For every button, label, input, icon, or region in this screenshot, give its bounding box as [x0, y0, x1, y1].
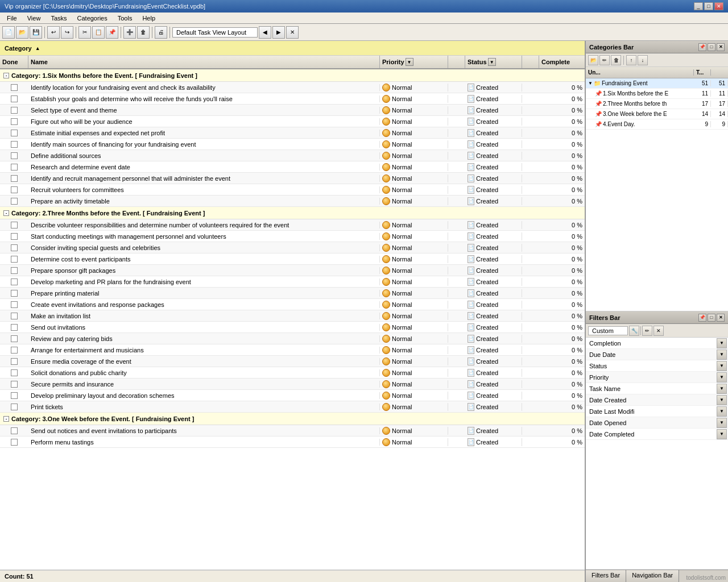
task-checkbox-1-11[interactable]: [11, 347, 18, 354]
filter-edit-btn[interactable]: ✏: [642, 326, 652, 336]
redo-button[interactable]: ↪: [61, 26, 73, 39]
task-checkbox-0-3[interactable]: [11, 118, 18, 125]
priority-label-1-14: Normal: [392, 381, 412, 388]
filters-restore-btn[interactable]: □: [708, 314, 715, 322]
task-checkbox-1-2[interactable]: [11, 244, 18, 251]
print-button[interactable]: 🖨: [155, 26, 167, 39]
filters-bar-header: Filters Bar 📌 □ ✕: [586, 311, 728, 324]
filter-dropdown-0[interactable]: ▼: [717, 338, 727, 348]
task-checkbox-0-1[interactable]: [11, 95, 18, 102]
cat-expand-0[interactable]: -: [3, 73, 9, 78]
tab-filters-bar[interactable]: Filters Bar: [586, 570, 626, 582]
panel-pin-btn[interactable]: 📌: [698, 43, 706, 51]
task-checkbox-1-4[interactable]: [11, 267, 18, 274]
layout-btn1[interactable]: ◀: [259, 26, 271, 39]
panel-close-btn[interactable]: ✕: [717, 43, 725, 51]
open-button[interactable]: 📂: [16, 26, 28, 39]
paste-button[interactable]: 📌: [106, 26, 118, 39]
filter-preset-dropdown[interactable]: Custom: [588, 326, 628, 335]
delete-button[interactable]: 🗑: [137, 26, 150, 39]
filter-dropdown-2[interactable]: ▼: [717, 361, 727, 371]
task-checkbox-2-0[interactable]: [11, 427, 18, 434]
task-checkbox-2-1[interactable]: [11, 439, 18, 446]
cat-item-2[interactable]: 📌 2.Three Months before th 17 17: [586, 99, 728, 109]
cat-item-1[interactable]: 📌 1.Six Months before the E 11 11: [586, 89, 728, 99]
cat-down-btn[interactable]: ↓: [638, 55, 648, 65]
task-checkbox-0-5[interactable]: [11, 141, 18, 148]
maximize-button[interactable]: □: [704, 2, 713, 10]
menu-tools[interactable]: Tools: [113, 14, 137, 23]
cat-edit-btn[interactable]: ✏: [599, 55, 610, 65]
menu-view[interactable]: View: [23, 14, 46, 23]
cut-button[interactable]: ✂: [78, 26, 91, 39]
layout-btn3[interactable]: ✕: [286, 26, 299, 39]
col-header-status[interactable]: Status ▼: [465, 56, 522, 68]
task-checkbox-1-0[interactable]: [11, 222, 18, 228]
task-checkbox-1-3[interactable]: [11, 256, 18, 263]
task-checkbox-1-16[interactable]: [11, 404, 18, 410]
filter-dropdown-1[interactable]: ▼: [717, 350, 727, 360]
filter-add-btn[interactable]: 🔧: [629, 326, 639, 336]
cat-item-3[interactable]: 📌 3.One Week before the E 14 14: [586, 109, 728, 119]
task-checkbox-0-2[interactable]: [11, 107, 18, 114]
menu-file[interactable]: File: [2, 14, 22, 23]
filter-del-btn[interactable]: ✕: [653, 326, 664, 336]
task-checkbox-0-8[interactable]: [11, 175, 18, 182]
root-expand-icon[interactable]: ▼: [588, 81, 593, 86]
task-checkbox-1-1[interactable]: [11, 233, 18, 240]
task-checkbox-1-9[interactable]: [11, 324, 18, 331]
priority-dropdown-icon[interactable]: ▼: [406, 58, 413, 66]
task-checkbox-1-10[interactable]: [11, 335, 18, 342]
task-checkbox-1-5[interactable]: [11, 278, 18, 285]
task-checkbox-1-15[interactable]: [11, 392, 18, 399]
filter-dropdown-5[interactable]: ▼: [717, 395, 727, 405]
menu-tasks[interactable]: Tasks: [46, 14, 71, 23]
task-checkbox-1-13[interactable]: [11, 369, 18, 376]
task-checkbox-0-10[interactable]: [11, 198, 18, 205]
col-header-complete[interactable]: Complete: [539, 56, 585, 68]
cat-item-4-name: 📌 4.Event Day.: [586, 121, 694, 127]
cat-up-btn[interactable]: ↑: [626, 55, 636, 65]
cat-expand-1[interactable]: -: [3, 210, 9, 216]
col-header-priority[interactable]: Priority ▼: [380, 56, 448, 68]
tab-navigation-bar[interactable]: Navigation Bar: [626, 570, 679, 582]
task-checkbox-0-9[interactable]: [11, 186, 18, 193]
add-task-button[interactable]: ➕: [123, 26, 136, 39]
layout-label[interactable]: Default Task View Layout: [172, 27, 258, 38]
task-checkbox-0-4[interactable]: [11, 130, 18, 136]
filter-dropdown-6[interactable]: ▼: [717, 406, 727, 417]
cat-item-root[interactable]: ▼ 📁 Fundraising Event 51 51: [586, 78, 728, 89]
col-header-name[interactable]: Name: [28, 56, 380, 68]
close-button[interactable]: ✕: [714, 2, 723, 10]
save-button[interactable]: 💾: [30, 26, 42, 39]
task-checkbox-1-7[interactable]: [11, 301, 18, 308]
menu-categories[interactable]: Categories: [73, 14, 112, 23]
panel-restore-btn[interactable]: □: [708, 43, 715, 51]
filters-close-btn[interactable]: ✕: [717, 314, 725, 322]
filter-dropdown-4[interactable]: ▼: [717, 384, 727, 394]
minimize-button[interactable]: _: [694, 2, 703, 10]
status-dropdown-icon[interactable]: ▼: [488, 58, 496, 66]
task-checkbox-0-7[interactable]: [11, 164, 18, 171]
task-checkbox-0-6[interactable]: [11, 152, 18, 159]
cat-item-4[interactable]: 📌 4.Event Day. 9 9: [586, 119, 728, 130]
new-button[interactable]: 📄: [2, 26, 15, 39]
cat-del-btn[interactable]: 🗑: [611, 55, 621, 65]
priority-label-1-6: Normal: [392, 290, 412, 297]
task-checkbox-0-0[interactable]: [11, 84, 18, 91]
task-checkbox-1-8[interactable]: [11, 313, 18, 319]
task-checkbox-1-12[interactable]: [11, 358, 18, 365]
cat-expand-2[interactable]: -: [3, 416, 9, 422]
copy-button[interactable]: 📋: [92, 26, 105, 39]
cat-add-btn[interactable]: 📂: [588, 55, 598, 65]
undo-button[interactable]: ↩: [47, 26, 60, 39]
menu-help[interactable]: Help: [138, 14, 160, 23]
col-header-done[interactable]: Done: [0, 56, 28, 68]
filter-dropdown-8[interactable]: ▼: [717, 429, 727, 439]
layout-btn2[interactable]: ▶: [272, 26, 285, 39]
filter-dropdown-7[interactable]: ▼: [717, 418, 727, 428]
task-checkbox-1-14[interactable]: [11, 381, 18, 388]
filters-pin-btn[interactable]: 📌: [698, 314, 706, 322]
task-checkbox-1-6[interactable]: [11, 290, 18, 297]
filter-dropdown-3[interactable]: ▼: [717, 372, 727, 383]
